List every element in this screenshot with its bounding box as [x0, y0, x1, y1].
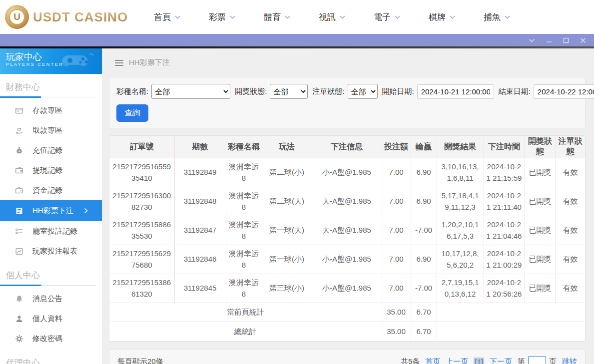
cell-order-no: 2152172951630082730 — [109, 187, 174, 216]
cell-bet-info: 大-A盤@1.985 — [312, 187, 382, 216]
start-date-input[interactable] — [417, 84, 494, 99]
window-close-icon[interactable] — [580, 37, 586, 43]
col-period: 期數 — [174, 136, 226, 158]
table-row: 215217295153866132031192845澳洲幸运8第三球(小)小-… — [109, 274, 585, 303]
cell-bet-info: 大-A盤@1.985 — [312, 216, 382, 245]
sidebar-item-recharge-record[interactable]: 充值記錄 — [0, 140, 102, 160]
finance-menu: 存款專區 取款專區 充值記錄 提現記錄 — [0, 98, 102, 262]
cell-order-status: 有效 — [556, 245, 585, 274]
summary-win-loss: 6.70 — [411, 322, 437, 341]
pager: 共5条 首页 上一页 [1] 下一页 第 页 跳转 — [401, 356, 577, 364]
summary-empty — [437, 303, 585, 322]
nav-item-home[interactable]: 首頁 — [154, 11, 180, 23]
col-bet-amount: 投注額 — [382, 136, 411, 158]
logo-coin-icon: U — [5, 5, 29, 29]
purse-icon — [15, 186, 23, 195]
current-page-indicator[interactable]: [1] — [474, 358, 484, 364]
cell-bet-time: 2024-10-21 21:00:29 — [484, 245, 525, 274]
end-date-input[interactable] — [534, 84, 594, 99]
jump-button[interactable]: 跳转 — [562, 357, 577, 364]
draw-status-select[interactable]: 全部 — [270, 84, 308, 99]
col-draw-result: 開獎結果 — [437, 136, 484, 158]
total-count-text: 共5条 — [401, 357, 420, 364]
first-page-link[interactable]: 首页 — [425, 357, 440, 364]
draw-status-label: 開獎狀態: — [235, 87, 267, 96]
nav-item-cards[interactable]: 棋牌 — [429, 11, 455, 23]
sidebar-item-label: 廳室投註記錄 — [32, 227, 77, 236]
nav-item-sports[interactable]: 體育 — [264, 11, 290, 23]
cell-period: 31192847 — [174, 216, 226, 245]
sidebar-item-profile[interactable]: 個人資料 — [0, 309, 102, 329]
cell-draw-status: 已開獎 — [525, 245, 556, 274]
summary-win-loss: 6.70 — [411, 303, 437, 322]
nav-item-video[interactable]: 視訊 — [319, 11, 345, 23]
page-title: HH彩票下注 — [129, 58, 170, 67]
gear-icon — [15, 335, 23, 343]
sidebar-item-deposit[interactable]: 存款專區 — [0, 100, 102, 120]
table-row: 215217295158863553031192847澳洲幸运8第一球(大)大-… — [109, 216, 585, 245]
cell-order-status: 有效 — [556, 216, 585, 245]
col-play-type: 玩法 — [262, 136, 312, 158]
current-page-summary-row: 當前頁統計 35.00 6.70 — [109, 303, 585, 322]
cell-win-loss: 6.90 — [411, 187, 437, 216]
cell-bet-info: 小-A盤@1.985 — [312, 274, 382, 303]
cell-lottery-name: 澳洲幸运8 — [226, 158, 262, 187]
cell-bet-amount: 7.00 — [382, 158, 411, 187]
next-page-link[interactable]: 下一页 — [490, 357, 512, 364]
start-date-label: 開始日期: — [382, 87, 414, 96]
sidebar-item-notices[interactable]: 消息公告 — [0, 289, 102, 309]
page-number-input[interactable] — [528, 356, 546, 364]
sidebar-item-label: 提現記錄 — [32, 166, 62, 175]
cell-draw-result: 5,17,18,4,19,11,12,3 — [437, 187, 484, 216]
col-bet-time: 下注時間 — [484, 136, 525, 158]
lottery-name-select[interactable]: 全部 — [151, 84, 230, 99]
cell-order-no: 2152172951538661320 — [109, 274, 174, 303]
window-maximize-icon[interactable] — [563, 37, 569, 43]
logo-text: USDT CASINO — [33, 9, 128, 25]
person-icon — [15, 315, 23, 323]
sidebar-item-change-password[interactable]: 修改密碼 — [0, 329, 102, 349]
sidebar-item-withdraw[interactable]: 取款專區 — [0, 120, 102, 140]
cell-win-loss: 6.90 — [411, 158, 437, 187]
summary-label: 總統計 — [109, 322, 382, 341]
sidebar-item-hh-lottery-bet[interactable]: HH彩票下注 — [0, 200, 102, 221]
wallet-icon — [15, 166, 23, 175]
window-titlebar — [0, 34, 594, 46]
hamburger-icon[interactable] — [115, 60, 123, 66]
sidebar-item-label: 資金記錄 — [32, 186, 62, 195]
sidebar-item-withdrawal-record[interactable]: 提現記錄 — [0, 160, 102, 180]
nav-item-fishing[interactable]: 捕魚 — [484, 11, 510, 23]
bet-table-panel: 訂單號 期數 彩種名稱 玩法 下注信息 投注額 輸贏 開獎結果 下注時間 開獎狀… — [109, 135, 586, 342]
pagination-bar: 每頁顯示20條 共5条 首页 上一页 [1] 下一页 第 页 跳转 — [109, 349, 586, 364]
window-minimize-icon[interactable] — [546, 37, 552, 43]
sidebar-item-label: 充值記錄 — [32, 146, 62, 155]
nav-label: 體育 — [264, 11, 281, 23]
nav-item-lottery[interactable]: 彩票 — [209, 11, 235, 23]
chevron-down-icon — [505, 15, 510, 19]
nav-item-slots[interactable]: 電子 — [374, 11, 400, 23]
logo[interactable]: U USDT CASINO — [5, 5, 129, 29]
page-size-text: 每頁顯示20條 — [117, 357, 163, 364]
sidebar-item-label: 修改密碼 — [32, 334, 62, 344]
cell-lottery-name: 澳洲幸运8 — [226, 245, 262, 274]
section-title-personal: 個人中心 — [0, 262, 102, 285]
sidebar-item-label: 取款專區 — [32, 126, 62, 135]
sidebar-item-funds-record[interactable]: 資金記錄 — [0, 180, 102, 200]
cell-order-status: 有效 — [556, 187, 585, 216]
col-draw-status: 開獎狀態 — [525, 136, 556, 158]
cell-period: 31192845 — [174, 274, 226, 303]
search-button[interactable]: 查詢 — [116, 104, 148, 122]
table-row: 215217295165593541031192849澳洲幸运8第二球(小)小-… — [109, 158, 585, 187]
cell-play-type: 第二球(小) — [262, 158, 312, 187]
order-status-select[interactable]: 全部 — [348, 84, 378, 99]
prev-page-link[interactable]: 上一页 — [446, 357, 468, 364]
sidebar-item-player-bet-report[interactable]: 玩家投注報表 — [0, 241, 102, 261]
chevron-down-icon — [230, 15, 235, 19]
list-icon — [15, 227, 23, 236]
sidebar-item-room-bet-record[interactable]: 廳室投註記錄 — [0, 221, 102, 241]
gamepad-icon — [59, 52, 95, 70]
cell-order-status: 有效 — [556, 274, 585, 303]
window-chevron-down-icon[interactable] — [529, 38, 535, 42]
cell-bet-time: 2024-10-21 21:15:59 — [484, 158, 525, 187]
cell-order-no: 2152172951655935410 — [109, 158, 174, 187]
